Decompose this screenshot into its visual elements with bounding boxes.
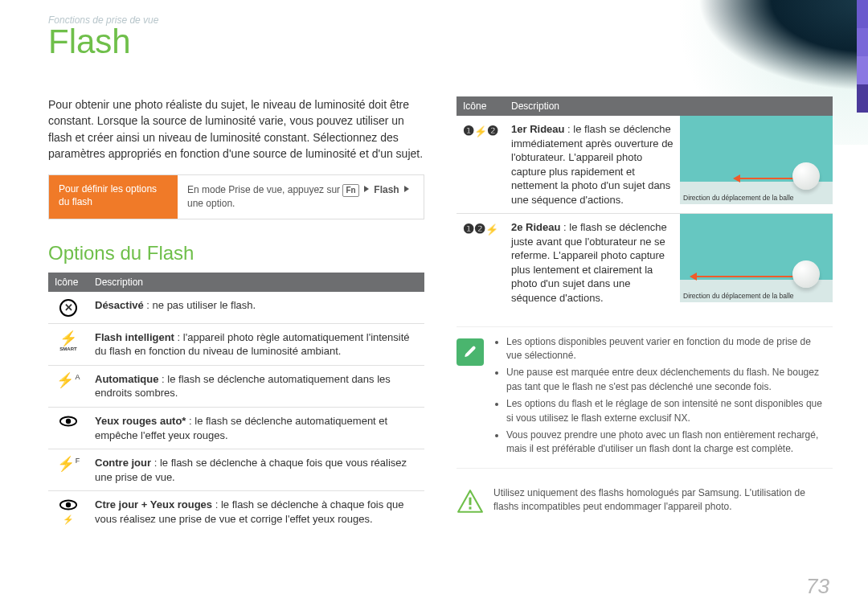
opt-title: Ctre jour + Yeux rouges <box>95 498 212 510</box>
list-item: Vous pouvez prendre une photo avec un fl… <box>506 428 828 457</box>
define-body-suffix: une option. <box>187 198 235 209</box>
second-curtain-icon: ❶❷⚡ <box>463 222 498 236</box>
subheading-options: Options du Flash <box>48 242 424 264</box>
define-body-prefix: En mode Prise de vue, appuyez sur <box>187 184 342 195</box>
flash-smart-icon: ⚡ <box>59 331 77 346</box>
opt-title: Yeux rouges auto* <box>95 415 186 427</box>
warning-text: Utilisez uniquement des flashs homologué… <box>493 486 828 515</box>
table-row: ⚡F Contre jour : le flash se déclenche à… <box>48 449 424 491</box>
list-item: Une pause est marquée entre deux déclenc… <box>506 366 828 394</box>
opt-title: Flash intelligent <box>95 331 174 343</box>
flash-auto-icon: ⚡A <box>56 373 80 387</box>
opt-title: Désactivé <box>95 299 144 311</box>
thumb-caption: Direction du déplacement de la balle <box>683 194 829 203</box>
notes-list: Les options disponibles peuvent varier e… <box>493 335 828 460</box>
th-icon: Icône <box>457 96 505 116</box>
svg-point-3 <box>66 502 71 507</box>
warning-icon <box>457 488 484 515</box>
flash-fill-redeye-icon <box>59 499 77 510</box>
list-item: Les options disponibles peuvent varier e… <box>506 335 828 363</box>
table-row: ⚡A Automatique : le flash se déclenche a… <box>48 365 424 407</box>
table-row: Yeux rouges auto* : le flash se déclench… <box>48 407 424 449</box>
table-row: ✕ Désactivé : ne pas utiliser le flash. <box>48 292 424 323</box>
page-number: 73 <box>806 574 829 599</box>
intro-paragraph: Pour obtenir une photo réaliste du sujet… <box>48 96 424 162</box>
opt-title: Contre jour <box>95 457 151 469</box>
table-row: ⚡ SMART Flash intelligent : l'appareil p… <box>48 323 424 365</box>
second-curtain-thumb: Direction du déplacement de la balle <box>680 214 833 302</box>
opt-title: 2e Rideau <box>511 221 560 233</box>
opt-rest: : le flash se déclenche juste avant que … <box>511 221 667 304</box>
define-options-body: En mode Prise de vue, appuyez sur Fn Fla… <box>178 175 424 219</box>
opt-title: Automatique <box>95 373 158 385</box>
fn-key-icon: Fn <box>342 184 358 197</box>
warning-box: Utilisez uniquement des flashs homologué… <box>457 478 833 523</box>
opt-title: 1er Rideau <box>511 123 564 135</box>
side-tab-strip <box>857 0 868 113</box>
table-row: ⚡ Ctre jour + Yeux rouges : le flash se … <box>48 491 424 539</box>
table-row: ❶❷⚡ 2e Rideau : le flash se déclenche ju… <box>457 214 833 312</box>
flash-fill-icon: ⚡F <box>57 457 80 471</box>
svg-rect-5 <box>469 497 472 505</box>
left-column: Pour obtenir une photo réaliste du sujet… <box>48 96 424 539</box>
svg-point-1 <box>66 419 71 424</box>
th-desc: Description <box>505 96 833 116</box>
list-item: Les options du flash et le réglage de so… <box>506 397 828 425</box>
page-title: Flash <box>48 23 131 61</box>
opt-rest: : ne pas utiliser le flash. <box>144 299 256 311</box>
flash-options-table-left: Icône Description ✕ Désactivé : ne pas u… <box>48 273 424 539</box>
notes-box: Les options disponibles peuvent varier e… <box>457 326 833 469</box>
smart-text: SMART <box>55 346 82 352</box>
th-desc: Description <box>88 273 424 292</box>
first-curtain-thumb: Direction du déplacement de la balle <box>680 116 833 204</box>
arrow-right-icon <box>364 186 369 192</box>
define-options-box: Pour définir les options du flash En mod… <box>48 174 424 219</box>
arrow-right-icon <box>404 186 409 192</box>
define-flash-word: Flash <box>374 184 399 195</box>
flash-redeye-auto-icon <box>59 416 77 427</box>
flash-off-icon: ✕ <box>59 299 77 317</box>
right-column: Icône Description ❶⚡❷ 1er Rideau : le fl… <box>457 96 833 539</box>
note-icon <box>457 338 484 366</box>
define-options-label: Pour définir les options du flash <box>49 175 178 219</box>
svg-rect-6 <box>469 506 472 509</box>
th-icon: Icône <box>48 273 88 292</box>
opt-rest: : le flash se déclenche immédiatement ap… <box>511 123 674 206</box>
thumb-caption: Direction du déplacement de la balle <box>683 292 829 301</box>
first-curtain-icon: ❶⚡❷ <box>463 124 498 137</box>
flash-options-table-right: Icône Description ❶⚡❷ 1er Rideau : le fl… <box>457 96 833 312</box>
table-row: ❶⚡❷ 1er Rideau : le flash se déclenche i… <box>457 116 833 214</box>
